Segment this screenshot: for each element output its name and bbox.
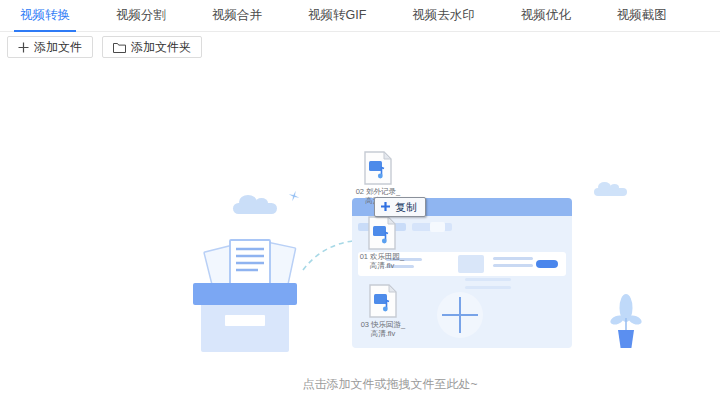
tab-video-watermark-remove[interactable]: 视频去水印 [406,0,481,31]
add-folder-button[interactable]: 添加文件夹 [102,36,202,58]
box-label-slot [225,315,265,326]
copy-plus-icon [380,201,391,214]
sparkle-icon [288,190,300,202]
media-file-icon [364,151,392,185]
file-dropzone[interactable]: 02 郊外记录_ 高清2... 01 欢乐田园_ 高清.flv [0,62,720,411]
folder-icon [113,42,126,53]
tab-video-merge[interactable]: 视频合并 [206,0,268,31]
add-file-label: 添加文件 [34,39,82,56]
dropzone-hint-text: 点击添加文件或拖拽文件至此处~ [302,376,477,393]
tab-video-convert[interactable]: 视频转换 [14,0,76,31]
add-file-button[interactable]: 添加文件 [7,36,93,58]
cloud-icon [233,203,277,214]
cloud-icon [594,188,627,196]
drag-copy-tooltip: 复制 [374,197,426,217]
plant-icon [606,292,646,350]
file-label: 03 快乐回游_ 高清.flv [351,320,415,338]
toolbar: 添加文件 添加文件夹 [0,32,720,62]
box-lid [193,283,297,305]
feature-tabbar: 视频转换 视频分割 视频合并 视频转GIF 视频去水印 视频优化 视频截图 [0,0,720,32]
add-folder-label: 添加文件夹 [131,39,191,56]
tab-video-split[interactable]: 视频分割 [110,0,172,31]
media-file-icon [369,284,397,318]
tab-video-optimize[interactable]: 视频优化 [515,0,577,31]
file-label: 01 欢乐田园_ 高清.flv [350,252,414,270]
dragged-file-2: 01 欢乐田园_ 高清.flv [350,216,414,270]
tab-video-screenshot[interactable]: 视频截图 [611,0,673,31]
video-converter-app: 视频转换 视频分割 视频合并 视频转GIF 视频去水印 视频优化 视频截图 添加… [0,0,720,411]
media-file-icon [368,216,396,250]
plus-icon [18,42,29,53]
copy-tooltip-label: 复制 [395,200,417,215]
tab-video-to-gif[interactable]: 视频转GIF [302,0,372,31]
mockup-convert-button [536,260,558,268]
plus-circle-icon [437,292,483,338]
dragged-file-3: 03 快乐回游_ 高清.flv [351,284,415,338]
box-body [201,305,289,352]
